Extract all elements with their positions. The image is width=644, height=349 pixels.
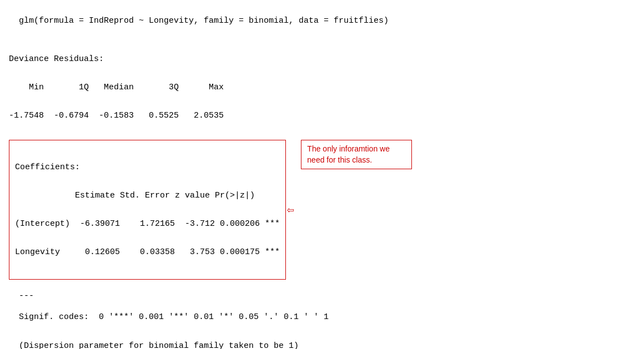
dispersion-line: (Dispersion parameter for binomial famil… — [9, 332, 635, 349]
left-arrow-icon: ⇦ — [287, 203, 294, 218]
deviance-col-headers: Min 1Q Median 3Q Max — [9, 83, 635, 92]
dispersion-text: (Dispersion parameter for binomial famil… — [19, 341, 299, 349]
separator-line: --- — [9, 282, 635, 301]
formula-line: glm(formula = IndReprod ~ Longevity, fam… — [9, 7, 635, 26]
intercept-row: (Intercept) -6.39071 1.72165 -3.712 0.00… — [15, 219, 280, 229]
deviance-residuals-section: Deviance Residuals: Min 1Q Median 3Q Max… — [9, 36, 635, 130]
coefficients-col-headers: Estimate Std. Error z value Pr(>|z|) — [15, 191, 280, 200]
separator-text: --- — [19, 291, 34, 301]
coefficients-box: Coefficients: Estimate Std. Error z valu… — [9, 140, 286, 280]
coefficients-header: Coefficients: — [15, 163, 280, 172]
signif-codes-text: Signif. codes: 0 '***' 0.001 '**' 0.01 '… — [19, 312, 329, 322]
deviance-values: -1.7548 -0.6794 -0.1583 0.5525 2.0535 — [9, 111, 635, 120]
arrow-container: ⇦ — [286, 203, 295, 218]
deviance-residuals-header: Deviance Residuals: — [9, 54, 635, 64]
annotation-text: The only inforamtion we need for this cl… — [307, 144, 390, 164]
annotation-box: The only inforamtion we need for this cl… — [301, 140, 412, 169]
coefficients-section: Coefficients: Estimate Std. Error z valu… — [9, 140, 635, 280]
formula-text: glm(formula = IndReprod ~ Longevity, fam… — [19, 16, 389, 26]
longevity-row: Longevity 0.12605 0.03358 3.753 0.000175… — [15, 247, 280, 257]
signif-codes-line: Signif. codes: 0 '***' 0.001 '**' 0.01 '… — [9, 303, 635, 322]
